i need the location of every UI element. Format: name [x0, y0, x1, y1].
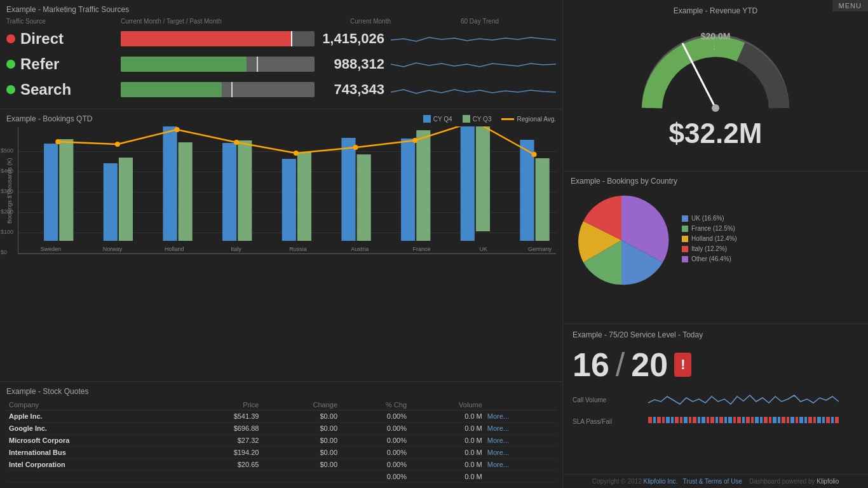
stock-company-2: Microsoft Corpora [6, 435, 181, 447]
bar-direct [121, 31, 315, 46]
bookings-title: Example - Bookings QTD [6, 114, 92, 123]
svg-rect-35 [666, 417, 670, 423]
stock-price-2: $27.32 [181, 435, 262, 447]
stock-pct-5: 0.00% [340, 471, 409, 483]
stock-change-1: $0.00 [261, 423, 340, 435]
x-label-france: France [412, 246, 430, 252]
menu-label: MENU [839, 2, 862, 10]
service-title: Example - 75/20 Service Level - Today [573, 330, 858, 339]
stock-more-3[interactable]: More... [485, 447, 556, 459]
svg-rect-72 [831, 417, 834, 423]
svg-rect-17 [536, 158, 550, 241]
traffic-col3: Current Month [327, 18, 391, 25]
trust-link[interactable]: Trust & Terms of Use [683, 478, 742, 485]
stock-company-4: Intel Corporation [6, 459, 181, 471]
stock-title: Example - Stock Quotes [6, 387, 556, 396]
stock-pct-2: 0.00% [340, 435, 409, 447]
brand-name: Klipfolio [817, 478, 839, 485]
svg-rect-61 [782, 417, 785, 423]
powered-by: Dashboard powered by [749, 478, 815, 485]
svg-rect-4 [282, 159, 296, 241]
svg-point-20 [175, 127, 180, 132]
traffic-row-search: Search 743,343 [6, 78, 556, 101]
svg-rect-73 [835, 417, 839, 423]
traffic-row-refer: Refer 988,312 [6, 53, 556, 76]
traffic-col4: 60 Day Trend [391, 18, 556, 25]
svg-rect-71 [826, 417, 830, 423]
stock-price-4: $20.65 [181, 459, 262, 471]
x-label-italy: Italy [231, 246, 241, 252]
col-volume: Volume [409, 400, 485, 410]
svg-rect-67 [808, 417, 812, 423]
svg-rect-60 [778, 417, 780, 423]
country-title: Example - Bookings by Country [571, 177, 860, 186]
stock-company-5 [6, 471, 181, 483]
chart-legend: CY Q4 CY Q3 Regional Avg. [423, 115, 556, 123]
pie-dot-2 [682, 236, 688, 242]
legend-cyq4-box [423, 115, 431, 123]
svg-rect-63 [790, 417, 794, 423]
stock-price-3: $194.20 [181, 447, 262, 459]
svg-rect-6 [401, 139, 415, 241]
stock-change-2: $0.00 [261, 435, 340, 447]
callvol-label: Call Volume [573, 396, 623, 403]
x-label-germany: Germany [528, 246, 552, 252]
col-change: Change [261, 400, 340, 410]
company-link[interactable]: Klipfolio Inc. [643, 478, 677, 485]
svg-rect-46 [715, 417, 718, 423]
x-label-norway: Norway [103, 246, 123, 252]
dot-refer [6, 60, 15, 69]
stock-more-1[interactable]: More... [485, 423, 556, 435]
chart-body: $500 $400 $300 $200 $100 $0 [18, 127, 556, 254]
service-section: Example - 75/20 Service Level - Today 16… [563, 324, 868, 488]
svg-rect-1 [104, 163, 118, 241]
legend-cyq3-label: CY Q3 [473, 116, 492, 123]
legend-cyq3: CY Q3 [463, 115, 492, 123]
svg-rect-3 [222, 143, 236, 241]
bookings-section: Example - Bookings QTD CY Q4 CY Q3 Regio… [0, 109, 562, 382]
pie-legend-item-4: Other (46.4%) [682, 255, 860, 262]
label-search: Search [20, 81, 71, 98]
svg-rect-12 [238, 140, 252, 241]
traffic-col1: Traffic Source [6, 18, 46, 25]
svg-point-19 [115, 142, 120, 147]
traffic-row-direct: Direct 1,415,026 [6, 27, 556, 50]
svg-rect-14 [357, 154, 371, 241]
stock-volume-3: 0.0 M [409, 447, 485, 459]
svg-rect-11 [179, 142, 193, 241]
svg-rect-49 [728, 417, 732, 423]
sparkline-search [391, 78, 556, 101]
svg-rect-59 [773, 417, 776, 423]
stock-more-0[interactable]: More... [485, 410, 556, 423]
svg-rect-9 [59, 139, 73, 241]
stock-more-5 [485, 471, 556, 483]
svg-rect-31 [648, 417, 652, 423]
pie-dot-3 [682, 246, 688, 252]
stock-row-4: Intel Corporation $20.65 $0.00 0.00% 0.0… [6, 459, 556, 471]
label-refer: Refer [20, 55, 59, 73]
revenue-actual: $32.2M [669, 118, 763, 149]
svg-rect-5 [341, 138, 355, 241]
traffic-header: Traffic Source Current Month / Target / … [6, 18, 556, 25]
revenue-title: Example - Revenue YTD [674, 6, 758, 15]
legend-cyq4: CY Q4 [423, 115, 452, 123]
menu-bar[interactable]: MENU [832, 0, 868, 11]
stock-more-2[interactable]: More... [485, 435, 556, 447]
stock-company-0: Apple Inc. [6, 410, 181, 423]
bar-search [121, 82, 315, 97]
svg-rect-43 [702, 417, 705, 423]
svg-rect-65 [799, 417, 803, 423]
stock-row-5: 0.00% 0.0 M [6, 471, 556, 483]
svg-rect-7 [461, 126, 475, 241]
pie-dot-1 [682, 226, 688, 232]
svg-rect-54 [751, 417, 754, 423]
pie-legend-row: UK (16.6%) France (12.5%) Holland (12.4%… [571, 189, 860, 291]
svg-rect-16 [476, 126, 490, 231]
dot-search [6, 85, 15, 94]
col-price: Price [181, 400, 262, 410]
stock-more-4[interactable]: More... [485, 459, 556, 471]
svg-rect-44 [707, 417, 709, 423]
x-label-sweden: Sweden [40, 246, 61, 252]
svg-rect-41 [693, 417, 696, 423]
svg-point-18 [55, 139, 60, 144]
